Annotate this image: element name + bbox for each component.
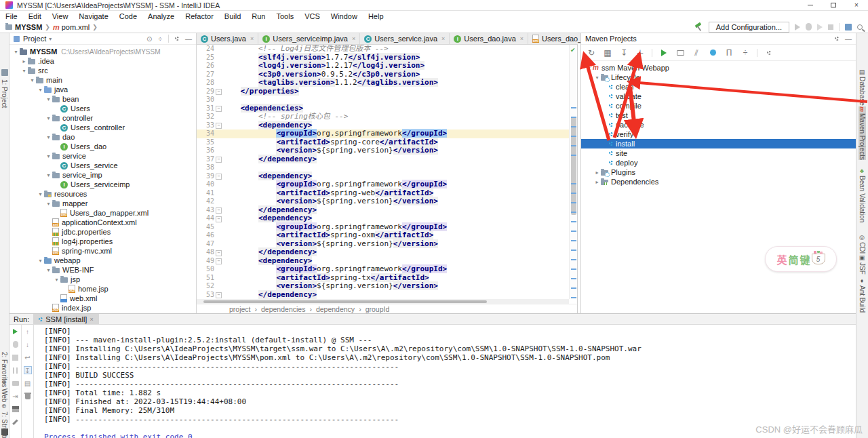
tree-chevron-icon[interactable]: ▾ [45, 96, 52, 102]
hide-panel-icon[interactable]: — [845, 35, 852, 43]
project-panel-title[interactable]: Project [23, 35, 46, 43]
fold-marker[interactable] [214, 257, 222, 266]
tree-chevron-icon[interactable]: ▾ [53, 277, 60, 283]
tree-item-log4j-properties[interactable]: log4j.properties [9, 237, 196, 246]
menu-item-code[interactable]: Code [114, 11, 142, 21]
toolwindow-tab-bean-validation[interactable]: ♣Bean Validation [859, 167, 866, 222]
menu-item-window[interactable]: Window [326, 11, 363, 21]
tree-chevron-icon[interactable]: ▸ [593, 170, 601, 176]
breadcrumb-groupId[interactable]: groupId [366, 305, 390, 313]
tree-chevron-icon[interactable]: ▾ [45, 115, 52, 121]
snapshot-icon[interactable] [12, 379, 20, 387]
tree-chevron-icon[interactable]: ▾ [12, 49, 20, 55]
menu-item-tools[interactable]: Tools [271, 11, 299, 21]
tree-item-service[interactable]: ▾service [9, 151, 196, 161]
tree-chevron-icon[interactable]: ▾ [45, 172, 52, 178]
tree-item-mapper[interactable]: ▾mapper [9, 199, 196, 208]
gear-icon[interactable] [175, 37, 179, 41]
tree-item-src[interactable]: ▾src [9, 66, 196, 75]
tree-chevron-icon[interactable]: ▾ [28, 77, 36, 83]
tree-chevron-icon[interactable]: ▾ [585, 65, 593, 71]
menu-item-refactor[interactable]: Refactor [180, 11, 219, 21]
toolwindow-tab-ant-build[interactable]: ♦Ant Build [859, 277, 866, 313]
collapse-all-icon[interactable]: ÷ [741, 48, 750, 58]
tree-item-validate[interactable]: validate [581, 92, 856, 101]
tree-item-deploy[interactable]: deploy [581, 158, 856, 167]
tree-item-test[interactable]: test [581, 111, 856, 120]
fold-marker[interactable] [214, 248, 222, 257]
tree-item-jdbc-properties[interactable]: jdbc.properties [9, 227, 196, 237]
scroll-to-end-icon[interactable]: ↧ [24, 366, 32, 374]
settings-wrench-icon[interactable] [764, 51, 774, 55]
show-profiles-icon[interactable]: Π [724, 48, 734, 58]
run-console[interactable]: [INFO][INFO] --- maven-install-plugin:2.… [34, 325, 868, 438]
tree-chevron-icon[interactable]: ▾ [37, 258, 44, 264]
fold-marker[interactable] [214, 121, 222, 130]
tree-item--idea[interactable]: ▸.idea [9, 56, 196, 66]
breadcrumb-dependency[interactable]: dependency [316, 305, 355, 313]
tree-item-webapp[interactable]: ▾webapp [9, 256, 196, 265]
toolwindow-tab-project[interactable]: 1: Project [1, 79, 8, 108]
menu-item-analyze[interactable]: Analyze [142, 11, 180, 21]
tree-chevron-icon[interactable]: ▾ [593, 75, 601, 81]
menu-item-build[interactable]: Build [219, 11, 246, 21]
tree-item-java[interactable]: ▾java [9, 85, 196, 94]
breadcrumb-dependencies[interactable]: dependencies [261, 305, 305, 313]
tree-item-applicationcontext-xml[interactable]: applicationContext.xml [9, 218, 196, 227]
maximize-button[interactable] [822, 0, 845, 10]
down-stack-icon[interactable]: ↓ [24, 340, 32, 349]
tree-item-bean[interactable]: ▾bean [9, 94, 196, 104]
tree-item-dao[interactable]: ▾dao [9, 132, 196, 142]
fold-marker[interactable] [214, 104, 222, 113]
menu-item-help[interactable]: Help [363, 11, 389, 21]
tree-item-users-dao[interactable]: IUsers_dao [9, 142, 196, 151]
gear-icon[interactable] [835, 37, 839, 41]
reimport-icon[interactable]: ▦ [603, 48, 612, 58]
tree-item-users-serviceimp[interactable]: IUsers_serviceimp [9, 180, 196, 189]
menu-item-navigate[interactable]: Navigate [73, 11, 113, 21]
maven-settings-icon[interactable] [675, 50, 685, 56]
layout-icon[interactable] [12, 405, 20, 413]
minimize-button[interactable] [799, 0, 822, 10]
fold-marker[interactable] [214, 155, 222, 164]
run-build-icon[interactable] [659, 49, 669, 56]
coverage-icon[interactable] [817, 24, 823, 31]
tree-item-package[interactable]: package [581, 120, 856, 130]
pin-icon[interactable] [12, 418, 20, 426]
tree-item-clean[interactable]: clean [581, 82, 856, 92]
menu-item-file[interactable]: File [0, 11, 23, 21]
debug-icon[interactable] [806, 23, 812, 31]
build-hammer-icon[interactable] [694, 22, 703, 31]
tree-item-verify[interactable]: verify [581, 130, 856, 139]
search-everywhere-icon[interactable] [857, 24, 863, 30]
breadcrumb-file[interactable]: pom.xml [62, 23, 90, 31]
breadcrumb-project[interactable]: project [229, 305, 251, 313]
editor-horizontal-scrollbar[interactable] [197, 299, 569, 304]
tree-item-controller[interactable]: ▾controller [9, 113, 196, 123]
menu-item-vcs[interactable]: VCS [299, 11, 326, 21]
tree-item-home-jsp[interactable]: home.jsp [9, 284, 196, 294]
add-configuration-button[interactable]: Add Configuration... [709, 22, 789, 33]
pause-icon[interactable] [12, 366, 20, 374]
tree-item-users-controller[interactable]: CUsers_controller [9, 123, 196, 132]
collapse-all-icon[interactable]: ÷ [159, 35, 163, 43]
editor-tab-users-serviceimp-java[interactable]: IUsers_serviceimp.java× [258, 33, 360, 44]
tree-chevron-icon[interactable]: ▾ [37, 87, 44, 93]
tree-item-spring-mvc-xml[interactable]: spring-mvc.xml [9, 246, 196, 256]
menu-item-view[interactable]: View [47, 11, 74, 21]
toolwindow-tab-database[interactable]: ▤Database [859, 68, 866, 106]
close-icon[interactable]: × [520, 35, 524, 42]
exit-icon[interactable]: ⇥ [12, 392, 20, 400]
close-icon[interactable]: × [90, 316, 93, 323]
skip-tests-icon[interactable]: ⫽ [692, 48, 701, 58]
fold-marker[interactable] [214, 291, 222, 300]
close-button[interactable]: × [845, 0, 868, 10]
rerun-icon[interactable] [12, 327, 20, 336]
editor-tab-users-dao-java[interactable]: IUsers_dao.java× [450, 33, 528, 44]
toolwindow-tab-cdi[interactable]: ◎CDI [859, 234, 866, 254]
refresh-icon[interactable]: ↻ [587, 48, 596, 58]
stop-icon[interactable] [12, 353, 20, 361]
fold-marker[interactable] [214, 87, 222, 96]
project-structure-icon[interactable] [845, 24, 852, 31]
tree-item-users[interactable]: CUsers [9, 104, 196, 113]
